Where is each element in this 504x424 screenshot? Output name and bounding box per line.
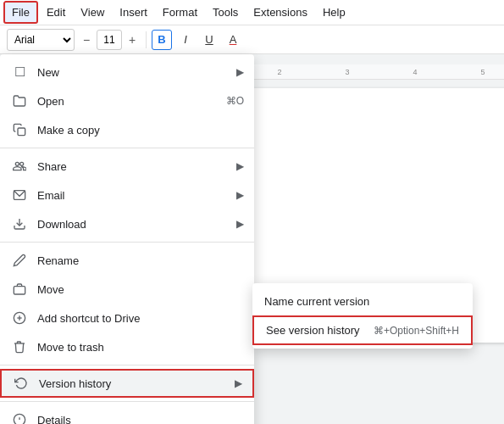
email-arrow: ▶: [236, 189, 244, 201]
ruler: 1 2 3 4 5: [254, 64, 504, 80]
menu-item-version-history[interactable]: Version history ▶: [0, 369, 254, 398]
menu-tools[interactable]: Tools: [206, 3, 245, 22]
sep-4: [0, 401, 254, 402]
menu-extensions[interactable]: Extensions: [246, 3, 314, 22]
download-arrow: ▶: [236, 218, 244, 230]
menu-item-share[interactable]: Share ▶: [0, 152, 254, 181]
menu-item-move[interactable]: Move: [0, 275, 254, 304]
share-label: Share: [37, 160, 230, 173]
rename-icon: [10, 254, 29, 267]
menu-bar: File Edit View Insert Format Tools Exten…: [0, 0, 504, 25]
main-area: ☐ New ▶ Open ⌘O Make a copy Share ▶: [0, 54, 504, 424]
menu-item-add-shortcut[interactable]: Add shortcut to Drive: [0, 304, 254, 332]
toolbar-separator-1: [146, 31, 147, 48]
menu-item-trash[interactable]: Move to trash: [0, 332, 254, 361]
name-version-label: Name current version: [264, 295, 369, 308]
font-color-button[interactable]: A: [223, 30, 243, 50]
version-history-icon: [12, 377, 30, 390]
open-icon: [10, 94, 29, 108]
new-arrow: ▶: [236, 66, 244, 78]
sub-item-see-history[interactable]: See version history ⌘+Option+Shift+H: [252, 315, 473, 345]
new-icon: ☐: [10, 64, 29, 80]
underline-button[interactable]: U: [199, 30, 219, 50]
menu-item-rename[interactable]: Rename: [0, 246, 254, 275]
font-size-input[interactable]: [97, 30, 122, 50]
email-label: Email: [37, 189, 230, 202]
menu-item-email[interactable]: Email ▶: [0, 181, 254, 209]
menu-help[interactable]: Help: [316, 3, 352, 22]
toolbar: Arial − + B I U A: [0, 25, 504, 54]
trash-icon: [10, 340, 29, 354]
see-history-label: See version history: [266, 324, 360, 337]
svg-rect-3: [14, 287, 25, 294]
menu-item-download[interactable]: Download ▶: [0, 209, 254, 238]
menu-item-new[interactable]: ☐ New ▶: [0, 58, 254, 86]
move-icon: [10, 282, 29, 296]
sep-1: [0, 148, 254, 148]
version-history-label: Version history: [39, 377, 228, 390]
bold-button[interactable]: B: [152, 30, 172, 50]
rename-label: Rename: [37, 254, 244, 267]
open-label: Open: [37, 95, 226, 108]
details-label: Details: [37, 414, 244, 425]
menu-edit[interactable]: Edit: [40, 3, 72, 22]
trash-label: Move to trash: [37, 341, 244, 354]
menu-item-details[interactable]: Details: [0, 405, 254, 424]
download-label: Download: [37, 218, 230, 231]
svg-rect-0: [18, 128, 25, 136]
copy-icon: [10, 123, 29, 137]
add-shortcut-label: Add shortcut to Drive: [37, 312, 244, 325]
font-size-decrease[interactable]: −: [78, 31, 95, 48]
share-arrow: ▶: [236, 160, 244, 172]
sep-3: [0, 365, 254, 365]
sub-item-name-version[interactable]: Name current version: [252, 287, 473, 315]
open-shortcut: ⌘O: [226, 95, 244, 107]
see-history-shortcut: ⌘+Option+Shift+H: [374, 325, 459, 337]
font-size-increase[interactable]: +: [124, 31, 141, 48]
email-icon: [10, 188, 29, 202]
menu-format[interactable]: Format: [156, 3, 204, 22]
copy-label: Make a copy: [37, 124, 244, 137]
sep-2: [0, 242, 254, 243]
menu-item-open[interactable]: Open ⌘O: [0, 86, 254, 115]
menu-file[interactable]: File: [3, 1, 38, 24]
file-dropdown: ☐ New ▶ Open ⌘O Make a copy Share ▶: [0, 54, 254, 424]
version-history-submenu: Name current version See version history…: [252, 283, 473, 349]
move-label: Move: [37, 283, 244, 296]
font-size-area: − +: [78, 30, 141, 50]
add-shortcut-icon: [10, 311, 29, 325]
menu-item-copy[interactable]: Make a copy: [0, 115, 254, 144]
font-name-select[interactable]: Arial: [7, 29, 75, 51]
doc-area: 1 2 3 4 5: [254, 54, 504, 424]
new-label: New: [37, 66, 230, 79]
download-icon: [10, 217, 29, 231]
menu-insert[interactable]: Insert: [113, 3, 154, 22]
details-icon: [10, 413, 29, 424]
share-icon: [10, 159, 29, 173]
italic-button[interactable]: I: [175, 30, 196, 50]
menu-view[interactable]: View: [74, 3, 111, 22]
version-history-arrow: ▶: [235, 377, 242, 389]
